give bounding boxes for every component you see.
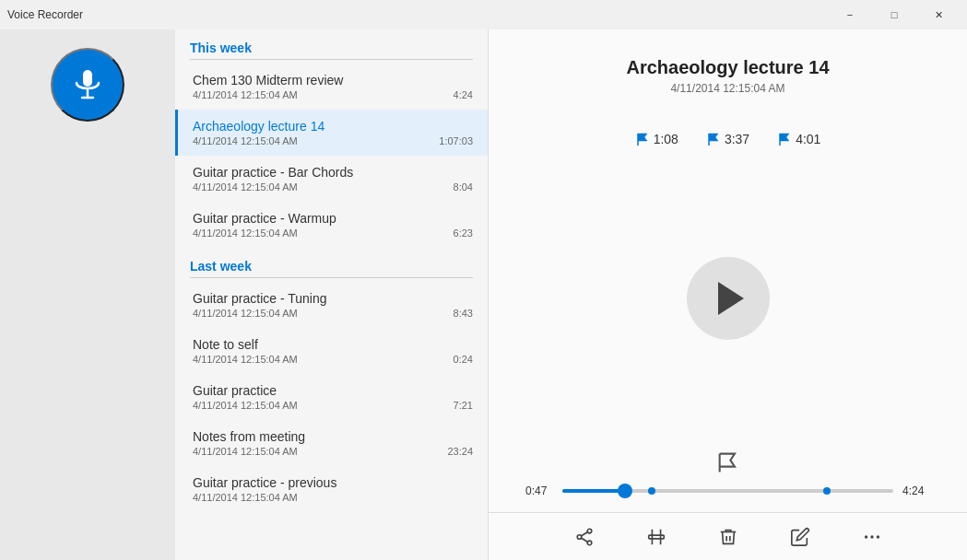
marker-time: 4:01: [796, 132, 820, 146]
microphone-icon: [71, 68, 104, 101]
list-item[interactable]: Chem 130 Midterm review4/11/2014 12:15:0…: [175, 64, 488, 110]
marker-time: 1:08: [654, 132, 678, 146]
recording-name: Note to self: [193, 337, 473, 352]
recording-name: Notes from meeting: [193, 429, 473, 444]
recording-date: 4/11/2014 12:15:04 AM: [193, 89, 298, 100]
list-item[interactable]: Archaeology lecture 144/11/2014 12:15:04…: [175, 110, 488, 156]
marker-dot-2: [823, 487, 831, 495]
section-divider: [190, 277, 473, 278]
progress-track[interactable]: [562, 489, 893, 493]
delete-button[interactable]: [711, 519, 746, 554]
recording-duration: 1:07:03: [439, 135, 473, 146]
recording-date: 4/11/2014 12:15:04 AM: [193, 492, 298, 503]
markers-row: 1:083:374:01: [635, 132, 821, 146]
recording-duration: 0:24: [454, 354, 473, 365]
recording-name: Guitar practice - Tuning: [193, 291, 473, 306]
svg-point-12: [870, 535, 873, 538]
share-button[interactable]: [567, 519, 602, 554]
recording-list: This weekChem 130 Midterm review4/11/201…: [175, 29, 489, 560]
marker-item-2: 4:01: [777, 132, 820, 146]
section-divider: [190, 59, 473, 60]
recording-duration: 23:24: [447, 446, 473, 457]
recording-date: 4/11/2014 12:15:04 AM: [193, 354, 298, 365]
progress-row: 0:47 4:24: [525, 484, 930, 497]
marker-time: 3:37: [725, 132, 749, 146]
app-body: This weekChem 130 Midterm review4/11/201…: [0, 29, 967, 560]
flag-icon: [715, 449, 741, 475]
list-item[interactable]: Guitar practice4/11/2014 12:15:04 AM7:21: [175, 374, 488, 420]
share-icon: [574, 527, 595, 547]
svg-point-3: [587, 529, 592, 533]
player-title: Archaeology lecture 14: [525, 57, 930, 78]
svg-point-5: [587, 541, 592, 545]
recording-date: 4/11/2014 12:15:04 AM: [193, 400, 298, 411]
play-button[interactable]: [687, 257, 770, 340]
svg-point-13: [876, 535, 879, 538]
trim-icon: [646, 527, 666, 547]
recording-date: 4/11/2014 12:15:04 AM: [193, 181, 298, 192]
recording-date: 4/11/2014 12:15:04 AM: [193, 135, 298, 146]
recording-name: Guitar practice - previous: [193, 475, 473, 490]
list-item[interactable]: Note to self4/11/2014 12:15:04 AM0:24: [175, 328, 488, 374]
play-icon: [718, 282, 744, 315]
edit-icon: [790, 527, 810, 547]
current-time: 0:47: [525, 484, 553, 497]
svg-rect-8: [648, 535, 664, 539]
more-button[interactable]: [855, 519, 890, 554]
recording-date: 4/11/2014 12:15:04 AM: [193, 308, 298, 319]
rename-button[interactable]: [783, 519, 818, 554]
more-icon: [862, 527, 882, 547]
recording-name: Guitar practice - Bar Chords: [193, 165, 473, 180]
recording-date: 4/11/2014 12:15:04 AM: [193, 446, 298, 457]
maximize-button[interactable]: □: [873, 0, 915, 29]
player-header: Archaeology lecture 14 4/11/2014 12:15:0…: [489, 29, 967, 104]
title-bar: Voice Recorder − □ ✕: [0, 0, 967, 29]
bottom-toolbar: [489, 512, 967, 560]
svg-point-11: [864, 535, 867, 538]
recording-duration: 6:23: [454, 228, 473, 239]
svg-line-7: [581, 538, 587, 542]
marker-item-0: 1:08: [635, 132, 678, 146]
trim-button[interactable]: [639, 519, 674, 554]
delete-icon: [718, 527, 738, 547]
list-item[interactable]: Guitar practice - Bar Chords4/11/2014 12…: [175, 156, 488, 202]
sidebar: [0, 29, 175, 560]
marker-dot-1: [648, 487, 655, 495]
recording-duration: 7:21: [454, 400, 473, 411]
svg-point-4: [577, 534, 582, 539]
window-controls: − □ ✕: [829, 0, 960, 29]
progress-filled: [562, 489, 625, 493]
marker-flag-icon: [635, 132, 650, 146]
recording-duration: 8:43: [454, 308, 473, 319]
marker-flag-icon: [706, 132, 721, 146]
recording-name: Archaeology lecture 14: [193, 119, 473, 134]
list-item[interactable]: Guitar practice - Warmup4/11/2014 12:15:…: [175, 202, 488, 248]
record-button[interactable]: [51, 48, 124, 122]
list-item[interactable]: Guitar practice - Tuning4/11/2014 12:15:…: [175, 282, 488, 328]
progress-area: 0:47 4:24: [489, 484, 967, 497]
recording-duration: 4:24: [454, 89, 473, 100]
svg-line-6: [581, 531, 587, 535]
recording-duration: 8:04: [454, 181, 473, 192]
marker-flag-icon: [777, 132, 792, 146]
add-marker-button[interactable]: [715, 449, 741, 475]
flag-button-area: [715, 449, 741, 475]
list-item[interactable]: Notes from meeting4/11/2014 12:15:04 AM2…: [175, 420, 488, 466]
list-item[interactable]: Guitar practice - previous4/11/2014 12:1…: [175, 466, 488, 512]
section-header-this-week: This week: [175, 29, 488, 59]
player-date: 4/11/2014 12:15:04 AM: [525, 82, 930, 95]
play-area: [687, 146, 770, 449]
recording-name: Guitar practice - Warmup: [193, 211, 473, 226]
progress-thumb[interactable]: [618, 484, 632, 498]
section-header-last-week: Last week: [175, 248, 488, 277]
close-button[interactable]: ✕: [917, 0, 960, 29]
recording-date: 4/11/2014 12:15:04 AM: [193, 228, 298, 239]
marker-item-1: 3:37: [706, 132, 749, 146]
total-time: 4:24: [902, 484, 930, 497]
main-player: Archaeology lecture 14 4/11/2014 12:15:0…: [489, 29, 967, 560]
minimize-button[interactable]: −: [829, 0, 871, 29]
recording-name: Chem 130 Midterm review: [193, 73, 473, 88]
recording-name: Guitar practice: [193, 383, 473, 398]
svg-rect-0: [83, 70, 92, 87]
app-title: Voice Recorder: [7, 8, 83, 21]
